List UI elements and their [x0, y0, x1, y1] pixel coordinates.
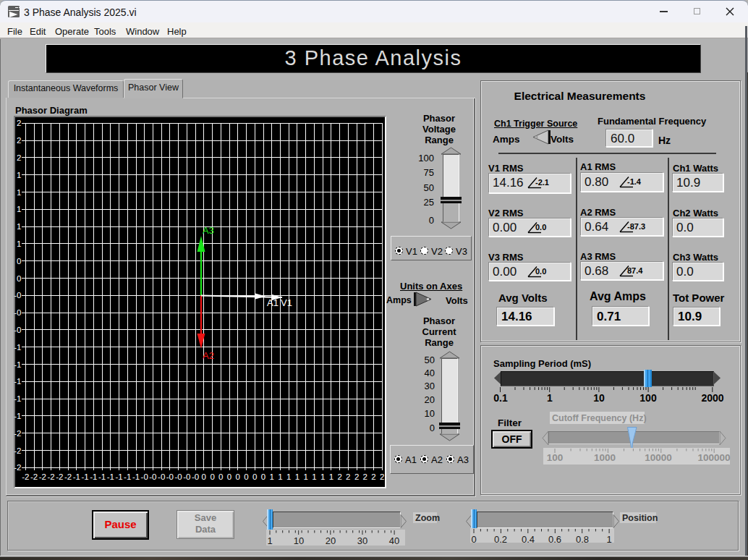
svg-text:1: 1	[17, 171, 21, 179]
svg-text:2: 2	[346, 472, 350, 481]
svg-text:V1: V1	[281, 297, 292, 308]
svg-text:0: 0	[218, 472, 223, 481]
svg-text:-0: -0	[174, 472, 182, 481]
svg-text:A2: A2	[203, 350, 214, 361]
svg-text:0: 0	[244, 472, 248, 481]
svg-text:0: 0	[17, 274, 21, 283]
svg-text:-2: -2	[39, 472, 46, 481]
svg-text:-1: -1	[81, 472, 88, 481]
svg-text:-0: -0	[14, 308, 21, 317]
svg-text:1: 1	[286, 472, 291, 481]
svg-text:1: 1	[17, 205, 21, 213]
svg-text:-1: -1	[98, 472, 106, 481]
svg-text:A1: A1	[267, 297, 279, 308]
svg-text:2: 2	[354, 472, 359, 481]
svg-text:-2: -2	[30, 472, 38, 481]
svg-text:-2: -2	[14, 463, 21, 472]
svg-text:0: 0	[261, 472, 265, 481]
svg-text:-0: -0	[141, 472, 148, 481]
svg-text:1: 1	[17, 222, 21, 231]
svg-text:0: 0	[210, 472, 214, 481]
svg-text:-1: -1	[132, 472, 140, 481]
svg-text:1: 1	[320, 472, 325, 481]
svg-text:0: 0	[236, 472, 240, 481]
svg-text:1: 1	[278, 472, 282, 481]
svg-text:-0: -0	[14, 291, 21, 300]
svg-text:-2: -2	[22, 472, 29, 481]
svg-text:1: 1	[312, 472, 316, 481]
svg-text:2: 2	[363, 472, 367, 481]
svg-text:-2: -2	[47, 472, 54, 481]
svg-text:-0: -0	[166, 472, 174, 481]
svg-text:-0: -0	[149, 472, 156, 481]
svg-text:1: 1	[17, 188, 21, 197]
svg-text:-0: -0	[158, 472, 165, 481]
svg-text:-1: -1	[14, 377, 21, 386]
svg-text:1: 1	[269, 472, 273, 481]
svg-text:-1: -1	[14, 394, 21, 403]
svg-text:-1: -1	[14, 412, 21, 420]
svg-text:0: 0	[227, 472, 231, 481]
svg-text:-1: -1	[107, 472, 114, 481]
svg-text:-1: -1	[90, 472, 97, 481]
svg-text:A3: A3	[203, 225, 214, 236]
svg-text:0: 0	[202, 472, 206, 481]
svg-text:1: 1	[295, 472, 299, 481]
svg-text:1: 1	[329, 472, 333, 481]
svg-text:-2: -2	[14, 429, 21, 438]
svg-text:2: 2	[371, 472, 375, 481]
svg-text:2: 2	[17, 136, 21, 145]
svg-text:-2: -2	[56, 472, 63, 481]
svg-text:-1: -1	[115, 472, 122, 481]
svg-text:-0: -0	[192, 472, 199, 481]
svg-text:0: 0	[17, 257, 21, 266]
svg-text:-1: -1	[124, 472, 131, 481]
svg-text:2: 2	[380, 472, 384, 481]
svg-text:-2: -2	[64, 472, 72, 481]
svg-text:-1: -1	[14, 360, 21, 369]
svg-text:-2: -2	[14, 446, 21, 455]
svg-text:1: 1	[17, 239, 21, 248]
svg-text:0: 0	[252, 472, 257, 481]
svg-text:1: 1	[303, 472, 307, 481]
svg-text:2: 2	[17, 153, 21, 162]
svg-text:2: 2	[337, 472, 341, 481]
svg-text:2: 2	[17, 119, 21, 127]
svg-text:-0: -0	[14, 326, 21, 334]
svg-text:-0: -0	[183, 472, 190, 481]
svg-text:-1: -1	[73, 472, 80, 481]
svg-text:-1: -1	[14, 343, 21, 352]
